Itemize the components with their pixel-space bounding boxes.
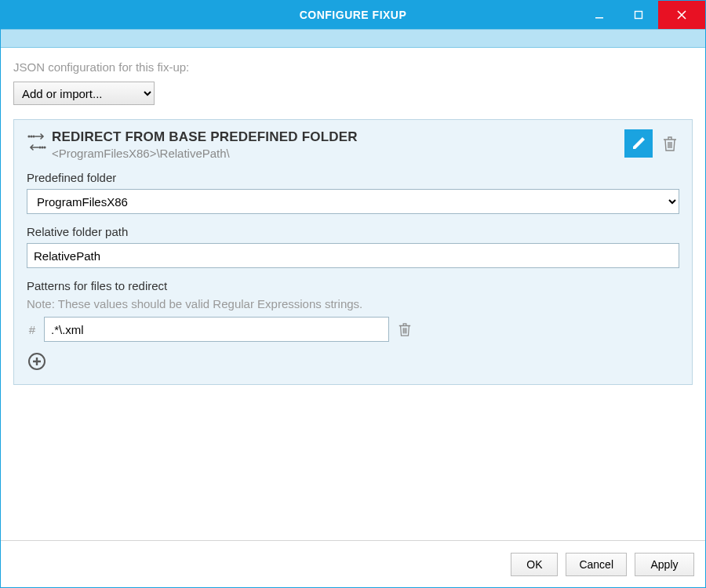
maximize-icon: [634, 10, 643, 20]
relative-label: Relative folder path: [27, 225, 679, 238]
patterns-label: Patterns for files to redirect: [27, 279, 679, 292]
svg-point-5: [44, 147, 45, 148]
predefined-label: Predefined folder: [27, 171, 679, 184]
card-header: REDIRECT FROM BASE PREDEFINED FOLDER <Pr…: [27, 129, 679, 160]
minimize-button[interactable]: [580, 1, 619, 29]
window-root: CONFIGURE FIXUP JSON configuration for t…: [0, 0, 706, 588]
sub-ribbon: [1, 29, 705, 48]
hash-symbol: #: [27, 323, 38, 336]
card-subtitle: <ProgramFilesX86>\RelativePath\: [52, 147, 624, 160]
pattern-row: #: [27, 317, 679, 342]
card-title: REDIRECT FROM BASE PREDEFINED FOLDER: [52, 129, 624, 145]
apply-button[interactable]: Apply: [635, 553, 694, 576]
card-head-text: REDIRECT FROM BASE PREDEFINED FOLDER <Pr…: [52, 129, 624, 160]
pattern-input[interactable]: [44, 317, 389, 342]
redirect-card: REDIRECT FROM BASE PREDEFINED FOLDER <Pr…: [13, 119, 693, 385]
edit-button[interactable]: [624, 129, 653, 158]
dialog-footer: OK Cancel Apply: [1, 540, 705, 587]
close-icon: [676, 9, 687, 20]
relative-path-input[interactable]: [27, 243, 679, 268]
svg-point-7: [39, 147, 41, 148]
delete-card-button[interactable]: [661, 129, 679, 158]
maximize-button[interactable]: [619, 1, 658, 29]
svg-rect-1: [635, 12, 642, 19]
json-config-label: JSON configuration for this fix-up:: [13, 60, 693, 74]
svg-point-6: [42, 147, 43, 148]
content-area: JSON configuration for this fix-up: Add …: [1, 48, 705, 540]
patterns-note: Note: These values should be valid Regul…: [27, 297, 679, 310]
add-import-row: Add or import...: [13, 82, 693, 105]
add-import-select[interactable]: Add or import...: [13, 82, 155, 105]
svg-point-4: [33, 136, 35, 137]
predefined-select[interactable]: ProgramFilesX86: [27, 189, 679, 214]
ok-button[interactable]: OK: [511, 553, 558, 576]
cancel-button[interactable]: Cancel: [566, 553, 627, 576]
redirect-icon: [27, 129, 52, 158]
minimize-icon: [595, 10, 604, 20]
title-bar: CONFIGURE FIXUP: [1, 1, 705, 29]
close-button[interactable]: [658, 1, 705, 29]
trash-icon: [398, 321, 412, 337]
delete-pattern-button[interactable]: [395, 317, 414, 342]
svg-point-3: [31, 136, 32, 137]
predefined-select-wrap: ProgramFilesX86: [27, 189, 679, 214]
plus-circle-icon: [27, 352, 46, 371]
svg-rect-0: [595, 17, 603, 19]
svg-point-2: [28, 136, 30, 137]
pencil-icon: [631, 136, 646, 151]
trash-icon: [662, 135, 678, 152]
add-pattern-row: [27, 351, 679, 372]
card-actions: [624, 129, 679, 158]
window-controls: [580, 1, 705, 29]
add-pattern-button[interactable]: [27, 351, 47, 372]
